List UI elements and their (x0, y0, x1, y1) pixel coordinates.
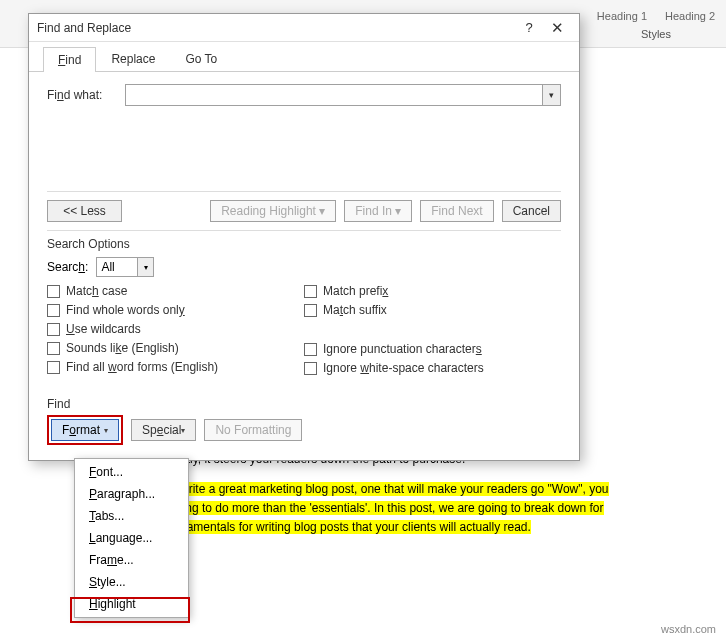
dropdown-arrow-icon[interactable]: ▾ (542, 85, 560, 105)
sounds-like-checkbox[interactable] (47, 342, 60, 355)
all-word-forms-label: Find all word forms (English) (66, 360, 218, 374)
close-button[interactable]: ✕ (543, 18, 571, 38)
watermark-source: wsxdn.com (661, 623, 716, 635)
match-suffix-label: Match suffix (323, 303, 387, 317)
whole-words-checkbox[interactable] (47, 304, 60, 317)
find-replace-dialog: Find and Replace ? ✕ Find Replace Go To … (28, 13, 580, 461)
menu-item-frame[interactable]: Frame... (75, 549, 188, 571)
doc-text: ling to do more than the 'essentials'. I… (180, 501, 604, 515)
ignore-punct-checkbox[interactable] (304, 343, 317, 356)
dialog-tabs: Find Replace Go To (29, 42, 579, 72)
find-section-label: Find (47, 397, 561, 411)
styles-group: Heading 1 Heading 2 Styles (586, 0, 726, 48)
format-dropdown-menu: Font... Paragraph... Tabs... Language...… (74, 458, 189, 618)
find-what-label: Find what: (47, 88, 125, 102)
search-options-label: Search Options (47, 237, 561, 251)
no-formatting-button[interactable]: No Formatting (204, 419, 302, 441)
wildcards-label: Use wildcards (66, 322, 141, 336)
doc-text: damentals for writing blog posts that yo… (180, 520, 531, 534)
tab-find[interactable]: Find (43, 47, 96, 72)
search-direction-select[interactable]: All ▾ (96, 257, 154, 277)
search-direction-label: Search: (47, 260, 88, 274)
style-heading-1[interactable]: Heading 1 (589, 8, 655, 24)
dialog-title: Find and Replace (37, 21, 515, 35)
find-in-button[interactable]: Find In ▾ (344, 200, 412, 222)
format-button[interactable]: Format▾ (51, 419, 119, 441)
doc-text: write a great marketing blog post, one t… (180, 482, 609, 496)
ignore-ws-checkbox[interactable] (304, 362, 317, 375)
style-heading-2[interactable]: Heading 2 (657, 8, 723, 24)
match-prefix-checkbox[interactable] (304, 285, 317, 298)
chevron-down-icon[interactable]: ▾ (137, 258, 153, 276)
ignore-punct-label: Ignore punctuation characters (323, 342, 482, 356)
sounds-like-label: Sounds like (English) (66, 341, 179, 355)
menu-item-language[interactable]: Language... (75, 527, 188, 549)
special-button[interactable]: Special ▾ (131, 419, 196, 441)
match-suffix-checkbox[interactable] (304, 304, 317, 317)
menu-item-style[interactable]: Style... (75, 571, 188, 593)
menu-item-tabs[interactable]: Tabs... (75, 505, 188, 527)
reading-highlight-button[interactable]: Reading Highlight ▾ (210, 200, 336, 222)
styles-group-label: Styles (641, 28, 671, 40)
match-prefix-label: Match prefix (323, 284, 388, 298)
search-direction-value: All (101, 260, 114, 274)
chevron-down-icon: ▾ (104, 426, 108, 435)
match-case-checkbox[interactable] (47, 285, 60, 298)
ignore-ws-label: Ignore white-space characters (323, 361, 484, 375)
cancel-button[interactable]: Cancel (502, 200, 561, 222)
all-word-forms-checkbox[interactable] (47, 361, 60, 374)
tab-replace[interactable]: Replace (96, 46, 170, 71)
whole-words-label: Find whole words only (66, 303, 185, 317)
menu-item-paragraph[interactable]: Paragraph... (75, 483, 188, 505)
find-next-button[interactable]: Find Next (420, 200, 493, 222)
wildcards-checkbox[interactable] (47, 323, 60, 336)
less-button[interactable]: << Less (47, 200, 122, 222)
help-button[interactable]: ? (515, 18, 543, 38)
find-what-input[interactable]: ▾ (125, 84, 561, 106)
dialog-titlebar[interactable]: Find and Replace ? ✕ (29, 14, 579, 42)
tab-goto[interactable]: Go To (170, 46, 232, 71)
match-case-label: Match case (66, 284, 127, 298)
menu-item-font[interactable]: Font... (75, 461, 188, 483)
menu-item-highlight[interactable]: Highlight (75, 593, 188, 615)
